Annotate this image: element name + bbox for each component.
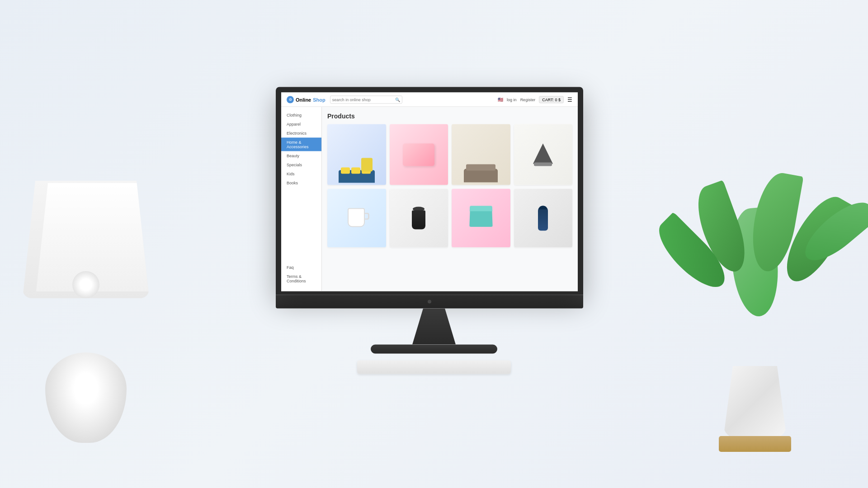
header-right: 🇺🇸 log in Register CART: 0 $ ☰: [498, 96, 572, 103]
product-image-sofa: [327, 124, 386, 185]
product-card-chair: Triangle grey chair $149 Maximum comfort…: [514, 124, 573, 185]
sidebar-item-specials[interactable]: Specials: [281, 160, 321, 169]
shop-logo: ⊙ OnlineShop: [287, 96, 326, 103]
monitor: ⊙ OnlineShop 🔍 🇺🇸 log in Register CART: …: [276, 87, 592, 374]
login-link[interactable]: log in: [507, 97, 517, 102]
sidebar-footer: Faq Terms & Conditions: [281, 263, 321, 288]
product-image-duvet: [390, 124, 448, 185]
menu-icon[interactable]: ☰: [567, 96, 572, 103]
vase-body: [723, 366, 787, 438]
shop-content: Products: [322, 107, 578, 291]
shop-header: ⊙ OnlineShop 🔍 🇺🇸 log in Register CART: …: [281, 93, 578, 107]
shop-interface: ⊙ OnlineShop 🔍 🇺🇸 log in Register CART: …: [281, 93, 578, 291]
product-image-thermo: [514, 189, 573, 248]
sidebar-item-apparel[interactable]: Apparel: [281, 120, 321, 129]
keyboard: [357, 361, 511, 374]
lamp-bulb: [72, 271, 99, 298]
language-flag[interactable]: 🇺🇸: [498, 97, 503, 102]
sidebar-item-beauty[interactable]: Beauty: [281, 151, 321, 160]
lamp-base: [45, 352, 127, 443]
decorative-plant: [674, 172, 845, 452]
sidebar-item-terms[interactable]: Terms & Conditions: [281, 272, 321, 286]
logo-text-online: Online: [296, 97, 311, 102]
search-bar[interactable]: 🔍: [330, 95, 402, 103]
sidebar-item-kids[interactable]: Kids: [281, 169, 321, 178]
product-card-duvet: Pink duvet cover $59 Fashion & cosy text…: [390, 124, 448, 185]
monitor-camera-dot: [428, 300, 431, 304]
product-image-coffee-mug: [390, 189, 448, 248]
product-card-thermo: Navy blue thermo $29 Keep your drinks al…: [514, 189, 573, 248]
product-card-mug: Classic mug $14 100% porcelain ★★★★★ 4.7…: [327, 189, 386, 248]
sidebar-item-faq[interactable]: Faq: [281, 263, 321, 272]
monitor-screen: ⊙ OnlineShop 🔍 🇺🇸 log in Register CART: …: [276, 87, 583, 295]
product-image-mug: [327, 189, 386, 248]
sidebar-nav: Clothing Apparel Electronics Home & Acce…: [281, 111, 321, 188]
product-card-sofa: Sofa and couch $299 All blue with yellow…: [327, 124, 386, 185]
monitor-stand: [407, 309, 461, 345]
sidebar-item-electronics[interactable]: Electronics: [281, 129, 321, 138]
logo-text-shop: Shop: [313, 97, 326, 102]
product-image-chair: [514, 124, 573, 185]
logo-icon: ⊙: [287, 96, 294, 103]
shop-main: Clothing Apparel Electronics Home & Acce…: [281, 107, 578, 291]
products-grid: Sofa and couch $299 All blue with yellow…: [327, 124, 572, 248]
register-link[interactable]: Register: [520, 97, 536, 102]
product-image-grey-sofa: [452, 124, 510, 185]
vase-base: [719, 436, 791, 452]
search-icon[interactable]: 🔍: [395, 97, 400, 102]
sidebar-item-clothing[interactable]: Clothing: [281, 111, 321, 120]
monitor-foot: [371, 345, 497, 354]
sidebar-item-home-accessories[interactable]: Home & Accessories: [281, 138, 321, 151]
monitor-chin: [276, 295, 583, 309]
product-card-grey-sofa: Grey sofa $199 Very special offer ★★★★★ …: [452, 124, 510, 185]
product-card-blue-box: Blue box $19 Your jewelry safe ★★★★★ 4.6…: [452, 189, 510, 248]
sidebar-item-books[interactable]: Books: [281, 178, 321, 188]
search-input[interactable]: [332, 97, 395, 102]
product-image-blue-box: [452, 189, 510, 248]
cart-button[interactable]: CART: 0 $: [539, 96, 564, 103]
plant-vase: [719, 361, 791, 452]
page-title: Products: [327, 113, 572, 120]
shop-sidebar: Clothing Apparel Electronics Home & Acce…: [281, 107, 322, 291]
decorative-lamp: [14, 181, 158, 443]
product-card-coffee-mug: Coffee mug $19 Warmth power design ★★★★★…: [390, 189, 448, 248]
